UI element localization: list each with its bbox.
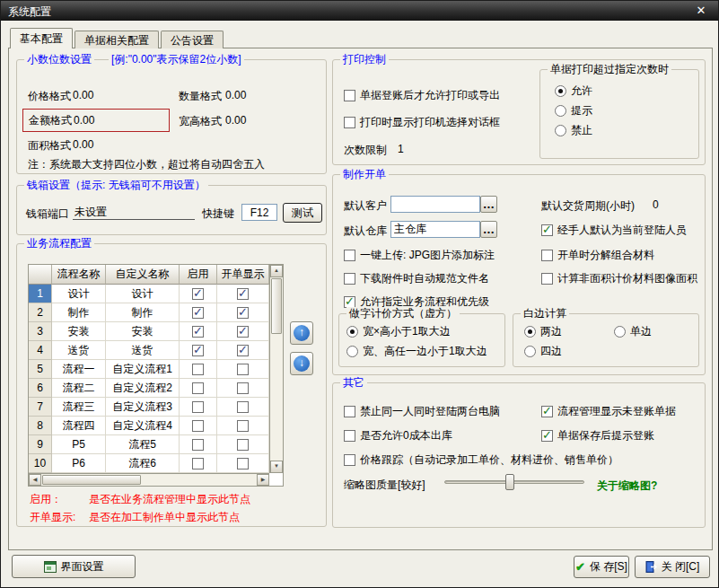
radio-button[interactable] bbox=[555, 125, 566, 136]
cb-image-area[interactable]: 计算非面积计价材料图像面积 bbox=[541, 272, 697, 285]
enabled-checkbox[interactable] bbox=[192, 326, 204, 338]
about-thumbnail-link[interactable]: 关于缩略图? bbox=[597, 478, 657, 494]
row-number[interactable]: 3 bbox=[29, 322, 52, 341]
show-cell[interactable] bbox=[217, 435, 269, 454]
scroll-left-icon[interactable]: ◀ bbox=[29, 474, 41, 486]
slider-thumb[interactable] bbox=[505, 474, 514, 490]
show-cell[interactable] bbox=[217, 303, 269, 322]
show-checkbox[interactable] bbox=[237, 326, 249, 338]
tab-basic-config[interactable]: 基本配置 bbox=[10, 28, 73, 48]
custom-name-cell[interactable]: 自定义流程2 bbox=[106, 379, 180, 398]
checkbox[interactable] bbox=[541, 224, 553, 236]
row-number[interactable]: 5 bbox=[29, 360, 52, 379]
checkbox[interactable] bbox=[344, 296, 355, 308]
scrollbar-thumb[interactable] bbox=[42, 475, 141, 485]
radio-button[interactable] bbox=[346, 346, 358, 357]
cb-save-hint[interactable]: 单据保存后提示登账 bbox=[541, 429, 654, 442]
enabled-cell[interactable] bbox=[180, 379, 217, 398]
enabled-checkbox[interactable] bbox=[192, 307, 204, 319]
table-row[interactable]: 5 流程一 自定义流程1 bbox=[29, 360, 283, 379]
row-number[interactable]: 6 bbox=[29, 379, 52, 398]
enabled-checkbox[interactable] bbox=[192, 364, 204, 375]
enabled-cell[interactable] bbox=[180, 398, 217, 417]
tab-announcement[interactable]: 公告设置 bbox=[161, 31, 224, 48]
default-customer-input[interactable] bbox=[390, 196, 480, 213]
show-checkbox[interactable] bbox=[237, 401, 249, 413]
flow-name-cell[interactable]: 流程二 bbox=[52, 379, 106, 398]
custom-name-cell[interactable]: 流程6 bbox=[106, 454, 180, 473]
horizontal-scrollbar[interactable]: ◀ ▶ bbox=[29, 473, 269, 486]
flow-name-cell[interactable]: 设计 bbox=[52, 285, 106, 303]
test-button[interactable]: 测试 bbox=[283, 203, 322, 223]
customer-browse-button[interactable]: … bbox=[480, 196, 497, 213]
show-checkbox[interactable] bbox=[237, 288, 249, 300]
warehouse-browse-button[interactable]: … bbox=[480, 221, 497, 238]
flow-name-cell[interactable]: P6 bbox=[52, 454, 106, 473]
custom-name-cell[interactable]: 设计 bbox=[106, 285, 180, 303]
enabled-cell[interactable] bbox=[180, 341, 217, 360]
enabled-checkbox[interactable] bbox=[192, 345, 204, 356]
flow-name-cell[interactable]: 安装 bbox=[52, 322, 106, 341]
radio-button[interactable] bbox=[555, 85, 566, 97]
show-cell[interactable] bbox=[217, 454, 269, 473]
show-cell[interactable] bbox=[217, 360, 269, 379]
price-format-input[interactable] bbox=[73, 88, 121, 102]
delivery-cycle-input[interactable] bbox=[653, 197, 680, 212]
wh-format-input[interactable] bbox=[225, 113, 274, 127]
show-checkbox[interactable] bbox=[237, 458, 249, 470]
enabled-checkbox[interactable] bbox=[192, 382, 204, 394]
close-button[interactable]: 关 闭[C] bbox=[635, 556, 710, 578]
custom-name-cell[interactable]: 送货 bbox=[106, 341, 180, 360]
thumbnail-quality-slider[interactable] bbox=[444, 473, 584, 491]
scrollbar-thumb[interactable] bbox=[271, 278, 282, 334]
checkbox[interactable] bbox=[344, 90, 355, 101]
flow-name-cell[interactable]: P5 bbox=[52, 435, 106, 454]
row-number[interactable]: 1 bbox=[29, 285, 52, 303]
table-row[interactable]: 10 P6 流程6 bbox=[29, 454, 283, 473]
row-number[interactable]: 7 bbox=[29, 398, 52, 417]
show-checkbox[interactable] bbox=[237, 382, 249, 394]
radio-allow[interactable]: 允许 bbox=[555, 84, 592, 97]
radio-forbid[interactable]: 禁止 bbox=[555, 124, 592, 136]
qty-format-input[interactable] bbox=[225, 88, 274, 102]
show-checkbox[interactable] bbox=[237, 439, 249, 451]
interface-settings-button[interactable]: 界面设置 bbox=[12, 555, 136, 578]
scroll-up-icon[interactable]: ▲ bbox=[270, 265, 283, 277]
move-down-button[interactable]: ↓ bbox=[290, 352, 313, 375]
cb-flow-priority[interactable]: 允许指定业务流程和优先级 bbox=[344, 295, 489, 308]
show-checkbox[interactable] bbox=[237, 420, 249, 432]
scroll-right-icon[interactable]: ▶ bbox=[257, 474, 269, 486]
radio-button[interactable] bbox=[555, 105, 566, 117]
radio-button[interactable] bbox=[346, 326, 358, 338]
show-cell[interactable] bbox=[217, 417, 269, 435]
save-button[interactable]: ✔ 保 存[S] bbox=[574, 556, 629, 578]
custom-name-cell[interactable]: 流程5 bbox=[106, 435, 180, 454]
enabled-cell[interactable] bbox=[180, 417, 217, 435]
radio-four-sides[interactable]: 四边 bbox=[524, 345, 562, 357]
show-cell[interactable] bbox=[217, 341, 269, 360]
hotkey-input[interactable] bbox=[241, 204, 277, 221]
checkbox[interactable] bbox=[344, 273, 355, 285]
show-cell[interactable] bbox=[217, 285, 269, 303]
tab-document-config[interactable]: 单据相关配置 bbox=[75, 31, 159, 48]
show-cell[interactable] bbox=[217, 322, 269, 341]
move-up-button[interactable]: ↑ bbox=[290, 321, 313, 345]
radio-button[interactable] bbox=[524, 346, 536, 357]
custom-name-cell[interactable]: 安装 bbox=[106, 322, 180, 341]
cb-split-material[interactable]: 开单时分解组合材料 bbox=[541, 249, 654, 261]
flow-name-cell[interactable]: 制作 bbox=[52, 303, 106, 322]
radio-button[interactable] bbox=[524, 326, 536, 338]
vertical-scrollbar[interactable]: ▲ ▼ bbox=[269, 265, 283, 473]
enabled-checkbox[interactable] bbox=[192, 288, 204, 300]
enabled-cell[interactable] bbox=[180, 360, 217, 379]
close-icon[interactable]: ✕ bbox=[689, 4, 713, 18]
cb-price-tracking[interactable]: 价格跟踪（自动记录加工单价、材料进价、销售单价） bbox=[344, 453, 618, 466]
radio-button[interactable] bbox=[614, 326, 626, 338]
cb-forbid-same-login[interactable]: 禁止同一人同时登陆两台电脑 bbox=[344, 405, 500, 417]
row-number[interactable]: 10 bbox=[29, 454, 52, 473]
checkbox[interactable] bbox=[344, 250, 355, 261]
radio-two-sides[interactable]: 两边 bbox=[524, 325, 562, 338]
table-row[interactable]: 8 流程四 自定义流程4 bbox=[29, 417, 283, 435]
flow-name-cell[interactable]: 送货 bbox=[52, 341, 106, 360]
row-number[interactable]: 9 bbox=[29, 435, 52, 454]
